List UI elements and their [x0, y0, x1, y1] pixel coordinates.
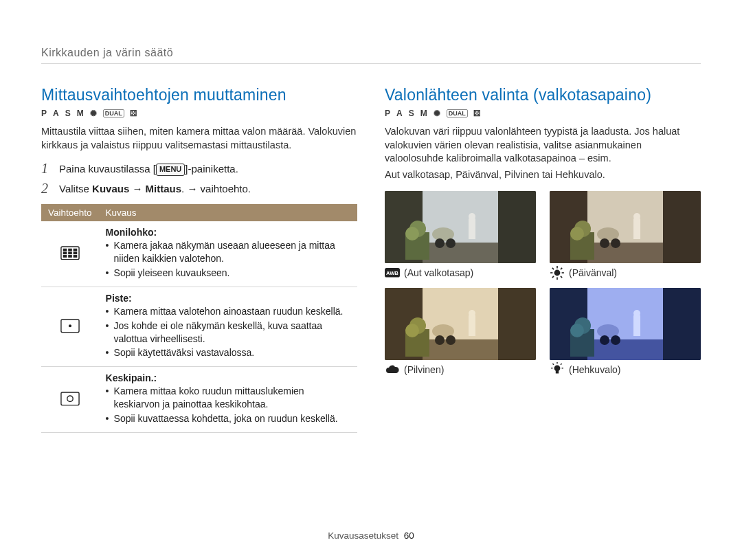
sample-image	[385, 288, 536, 360]
svg-line-47	[552, 268, 554, 269]
wb-label: (Päivänval)	[569, 267, 617, 278]
sun-icon	[550, 268, 565, 278]
svg-rect-55	[423, 339, 498, 360]
svg-point-76	[633, 310, 640, 317]
sample-image	[550, 191, 701, 263]
svg-point-73	[600, 335, 609, 345]
svg-rect-9	[73, 255, 77, 258]
wb-sample-daylight: (Päivänval)	[550, 191, 701, 278]
mode-row-left: P A S M ✺ DUAL ⚄	[41, 109, 357, 118]
svg-line-50	[552, 276, 554, 278]
options-table: Vaihtoehto Kuvaus Monilohko: Kamera jaka…	[41, 204, 357, 433]
svg-point-77	[554, 366, 561, 372]
page-footer: Kuvausasetukset 60	[0, 530, 742, 541]
wb-sample-auto: AWB (Aut valkotasap)	[385, 191, 536, 278]
page-number: 60	[404, 530, 414, 541]
svg-rect-2	[68, 249, 72, 251]
svg-rect-8	[68, 255, 72, 258]
svg-point-38	[600, 238, 609, 248]
left-intro: Mittaustila viittaa siihen, miten kamera…	[41, 125, 357, 152]
row-bullets: Kamera mittaa koko ruudun mittauslukemie…	[106, 385, 350, 425]
svg-point-13	[67, 396, 73, 401]
breadcrumb: Kirkkauden ja värin säätö	[41, 47, 701, 64]
svg-rect-25	[469, 219, 475, 239]
spot-metering-icon	[60, 319, 80, 333]
svg-line-48	[561, 276, 562, 278]
svg-point-41	[633, 213, 640, 220]
bullet: Kamera mittaa valotehon ainoastaan ruudu…	[106, 305, 350, 318]
step2-bold2: Mittaus	[146, 183, 182, 194]
bullet: Sopii käytettäväksi vastavalossa.	[106, 346, 350, 359]
th-option: Vaihtoehto	[41, 204, 99, 221]
svg-line-82	[552, 363, 554, 365]
svg-rect-16	[498, 191, 536, 263]
step1-pre: Paina kuvaustilassa [	[59, 163, 156, 175]
dual-icon: DUAL	[447, 109, 468, 117]
th-desc: Kuvaus	[99, 204, 357, 221]
step-1: 1 Paina kuvaustilassa [MENU]-painiketta.	[41, 161, 357, 176]
svg-rect-62	[469, 315, 475, 336]
bulb-icon	[550, 365, 565, 374]
svg-point-61	[446, 335, 456, 345]
bullet: Jos kohde ei ole näkymän keskellä, kuva …	[106, 320, 350, 346]
svg-rect-18	[423, 243, 498, 263]
wb-thumbnails: AWB (Aut valkotasap)	[385, 191, 701, 375]
svg-point-71	[570, 324, 584, 337]
wb-caption: AWB (Aut valkotasap)	[385, 267, 536, 278]
svg-point-36	[570, 227, 584, 240]
menu-button-label: MENU	[156, 164, 185, 175]
movie-icon: ⚄	[473, 109, 481, 118]
svg-rect-4	[63, 251, 67, 254]
right-intro: Valokuvan väri riippuu valonlähteen tyyp…	[385, 125, 701, 166]
svg-point-42	[554, 270, 561, 276]
left-heading: Mittausvaihtoehtojen muuttaminen	[41, 86, 357, 104]
mode-row-right: P A S M ✺ DUAL ⚄	[385, 109, 701, 118]
wb-label: (Hehkuvalo)	[569, 364, 620, 375]
row-bullets: Kamera jakaa näkymän useaan alueeseen ja…	[106, 239, 350, 280]
multi-metering-icon	[60, 246, 80, 260]
row-title: Keskipain.:	[106, 372, 350, 383]
table-row: Keskipain.: Kamera mittaa koko ruudun mi…	[41, 367, 357, 433]
two-column-layout: Mittausvaihtoehtojen muuttaminen P A S M…	[41, 86, 701, 433]
svg-rect-40	[633, 219, 640, 239]
svg-point-26	[469, 213, 475, 220]
mode-s: S	[65, 109, 71, 118]
wb-label: (Aut valkotasap)	[404, 267, 473, 278]
movie-icon: ⚄	[130, 109, 137, 118]
mode-a: A	[396, 109, 403, 118]
option-desc: Piste: Kamera mittaa valotehon ainoastaa…	[99, 287, 357, 367]
mode-m: M	[420, 109, 428, 118]
arrow: →	[129, 183, 145, 194]
svg-rect-3	[73, 249, 77, 251]
step-number: 1	[41, 161, 52, 175]
row-bullets: Kamera mittaa valotehon ainoastaan ruudu…	[106, 305, 350, 360]
option-icon-center	[41, 367, 99, 433]
mode-m: M	[77, 109, 85, 118]
right-heading: Valonlähteen valinta (valkotasapaino)	[385, 86, 701, 104]
option-icon-multi	[41, 221, 99, 287]
svg-text:AWB: AWB	[386, 271, 398, 277]
svg-rect-75	[633, 315, 640, 336]
scene-icon: ✺	[434, 109, 441, 118]
option-icon-spot	[41, 287, 99, 367]
svg-rect-5	[68, 251, 72, 254]
right-intro-2: Aut valkotasap, Päivänval, Pilvinen tai …	[385, 168, 701, 182]
bullet: Sopii kuvattaessa kohdetta, joka on ruud…	[106, 412, 350, 425]
center-metering-icon	[60, 392, 80, 405]
step2-bold1: Kuvaus	[92, 183, 129, 194]
left-column: Mittausvaihtoehtojen muuttaminen P A S M…	[41, 86, 357, 433]
wb-label: (Pilvinen)	[404, 364, 444, 375]
svg-rect-31	[663, 191, 701, 263]
mode-p: P	[385, 109, 391, 118]
step-2: 2 Valitse Kuvaus → Mittaus. → vaihtoehto…	[41, 181, 357, 196]
cloud-icon	[385, 365, 400, 374]
table-header-row: Vaihtoehto Kuvaus	[41, 204, 357, 221]
svg-point-23	[435, 238, 445, 248]
bullet: Sopii yleiseen kuvaukseen.	[106, 267, 350, 280]
dual-icon: DUAL	[103, 109, 124, 117]
svg-rect-7	[63, 255, 67, 258]
step2-post: . → vaihtoehto.	[181, 183, 251, 194]
svg-rect-68	[587, 339, 663, 360]
step-2-text: Valitse Kuvaus → Mittaus. → vaihtoehto.	[59, 181, 251, 196]
table-row: Monilohko: Kamera jakaa näkymän useaan a…	[41, 221, 357, 287]
